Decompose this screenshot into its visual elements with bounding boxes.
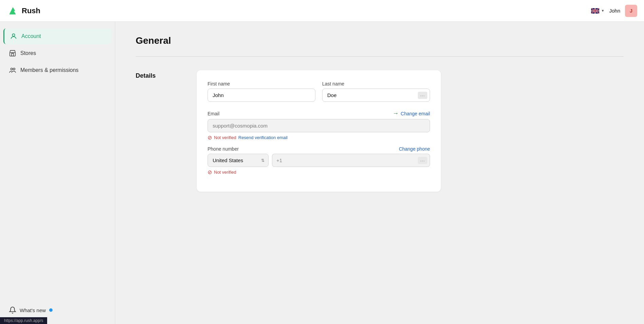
sidebar-item-members-label: Members & permissions	[20, 67, 79, 73]
svg-point-14	[13, 68, 15, 70]
topbar: Rush ▼ John J	[0, 0, 644, 22]
email-label: Email	[208, 111, 219, 116]
first-name-header: First name	[208, 81, 315, 87]
notification-dot	[49, 308, 53, 312]
phone-label: Phone number	[208, 146, 239, 152]
last-name-dots-button[interactable]: ···	[418, 92, 427, 99]
first-name-label: First name	[208, 81, 230, 87]
phone-header: Phone number Change phone	[208, 146, 430, 152]
phone-prefix: +1	[272, 154, 286, 167]
last-name-header: Last name	[322, 81, 430, 87]
sidebar-item-stores-label: Stores	[20, 50, 36, 56]
change-email-link[interactable]: → Change email	[393, 110, 430, 117]
sidebar-nav: Account Stores Members & permi	[3, 28, 112, 78]
svg-point-11	[12, 34, 15, 36]
phone-country-select[interactable]: United States	[208, 154, 269, 167]
divider	[136, 56, 624, 57]
name-row: First name Last name ···	[208, 81, 430, 102]
last-name-label: Last name	[322, 81, 344, 87]
sidebar-bottom: What's new	[3, 303, 112, 317]
phone-dots-button[interactable]: ···	[418, 157, 427, 164]
sidebar-item-account-label: Account	[21, 33, 41, 39]
first-name-input[interactable]	[208, 89, 315, 102]
whats-new-item[interactable]: What's new	[9, 306, 106, 314]
page-title: General	[136, 35, 624, 46]
first-name-group: First name	[208, 81, 315, 102]
email-not-verified-label: Not verified	[214, 135, 236, 140]
user-name: John	[609, 8, 620, 14]
arrow-icon: →	[393, 110, 399, 117]
details-section: Details First name Last name	[136, 70, 624, 192]
statusbar: https://app.rush.app/s	[0, 317, 47, 324]
statusbar-url: https://app.rush.app/s	[4, 318, 43, 323]
change-phone-link[interactable]: Change phone	[399, 146, 430, 152]
last-name-input[interactable]	[322, 89, 430, 102]
main-layout: Account Stores Members & permi	[0, 22, 644, 324]
main-content: General Details First name	[115, 22, 644, 324]
phone-number-wrap: +1 ···	[272, 154, 430, 167]
email-status-row: ⊘ Not verified Resend verification email	[208, 134, 430, 141]
svg-rect-10	[591, 11, 599, 11]
phone-input[interactable]	[286, 154, 430, 167]
language-selector[interactable]: ▼	[591, 8, 605, 14]
phone-error-icon: ⊘	[208, 169, 212, 175]
last-name-input-wrap: ···	[322, 89, 430, 102]
phone-not-verified-label: Not verified	[214, 170, 236, 175]
email-header: Email → Change email	[208, 110, 430, 117]
phone-country-select-wrap: United States ⇅	[208, 154, 269, 167]
sidebar-item-account[interactable]: Account	[3, 28, 112, 44]
topbar-right: ▼ John J	[591, 5, 637, 17]
email-input	[208, 119, 430, 132]
sidebar: Account Stores Members & permi	[0, 22, 115, 324]
svg-point-13	[11, 68, 13, 70]
logo[interactable]: Rush	[7, 5, 40, 17]
section-label: Details	[136, 70, 176, 79]
resend-verification-link[interactable]: Resend verification email	[238, 135, 288, 140]
avatar[interactable]: J	[625, 5, 637, 17]
lang-chevron-icon: ▼	[601, 9, 605, 13]
phone-group: Phone number Change phone United States …	[208, 146, 430, 175]
email-error-icon: ⊘	[208, 134, 212, 141]
email-group: Email → Change email ⊘ Not verified Rese…	[208, 110, 430, 141]
sidebar-item-stores[interactable]: Stores	[3, 45, 112, 61]
whats-new-label: What's new	[20, 307, 46, 313]
logo-text: Rush	[22, 6, 40, 15]
last-name-group: Last name ···	[322, 81, 430, 102]
first-name-input-wrap	[208, 89, 315, 102]
sidebar-item-members[interactable]: Members & permissions	[3, 62, 112, 78]
phone-row: United States ⇅ +1 ···	[208, 154, 430, 167]
phone-status-row: ⊘ Not verified	[208, 169, 430, 175]
details-card: First name Last name ···	[197, 70, 441, 192]
